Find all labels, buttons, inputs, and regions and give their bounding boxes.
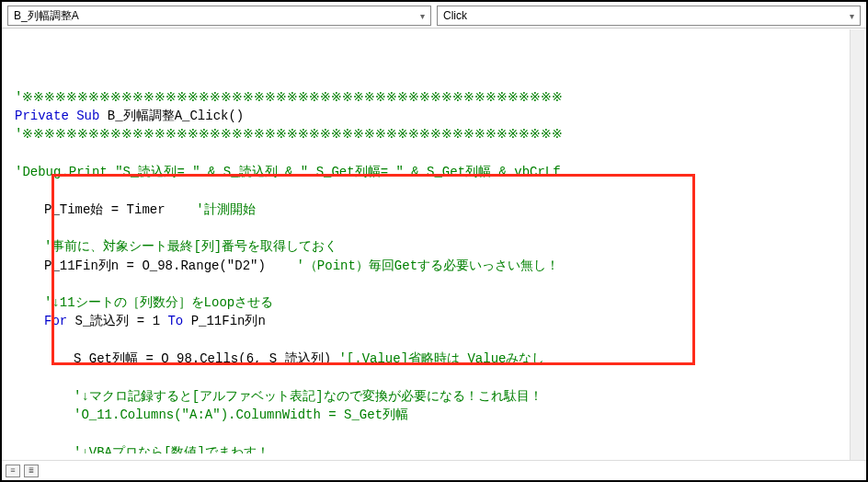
code-token: '計測開始 [196, 202, 255, 217]
procedure-dropdown[interactable]: Click ▾ [437, 6, 861, 26]
code-line: For S_読込列 = 1 To P_11Fin列n [15, 312, 853, 330]
code-token [15, 333, 22, 348]
code-editor[interactable]: '※※※※※※※※※※※※※※※※※※※※※※※※※※※※※※※※※※※※※※※… [2, 29, 866, 453]
code-token: P_11Fin列n = O_98.Range("D2") [44, 258, 296, 273]
code-token: '↓11シートの［列数分］をLoopさせる [44, 295, 273, 310]
code-line [15, 219, 853, 237]
code-token: P_Time始 = Timer [44, 202, 196, 217]
code-token: S_Get列幅 = O_98.Cells(6, S_読込列) [74, 351, 338, 366]
status-bar: ≡ ≣ [2, 460, 866, 480]
view-mode-icon-2[interactable]: ≣ [24, 465, 39, 477]
code-token: '事前に、対象シート最終[列]番号を取得しておく [44, 239, 337, 254]
code-token: '[.Value]省略時は Valueみなし [338, 351, 544, 366]
code-line [15, 331, 853, 350]
code-line [15, 144, 853, 163]
code-line: '↓11シートの［列数分］をLoopさせる [15, 293, 853, 312]
code-line: '事前に、対象シート最終[列]番号を取得しておく [15, 237, 853, 256]
code-token [15, 146, 22, 161]
chevron-down-icon: ▾ [850, 11, 854, 21]
code-line [15, 181, 853, 200]
code-token [15, 426, 22, 441]
code-token: 'Debug.Print "S_読込列= " & S_読込列 & " S_Get… [15, 165, 561, 179]
code-line: '※※※※※※※※※※※※※※※※※※※※※※※※※※※※※※※※※※※※※※※… [15, 88, 853, 107]
code-line [15, 368, 853, 386]
code-line: '※※※※※※※※※※※※※※※※※※※※※※※※※※※※※※※※※※※※※※※… [15, 125, 853, 143]
code-token: P_11Fin列n [183, 314, 266, 328]
code-line: P_Time始 = Timer '計測開始 [15, 201, 853, 219]
object-dropdown-value: B_列幅調整A [14, 8, 79, 24]
code-token [15, 277, 22, 292]
code-token: '※※※※※※※※※※※※※※※※※※※※※※※※※※※※※※※※※※※※※※※… [15, 127, 563, 142]
code-line: 'Debug.Print "S_読込列= " & S_読込列 & " S_Get… [15, 163, 853, 181]
code-line: Private Sub B_列幅調整A_Click() [15, 107, 853, 125]
code-token: '（Point）毎回Getする必要いっさい無し！ [296, 258, 559, 273]
code-token: To [167, 314, 183, 328]
view-mode-icon-1[interactable]: ≡ [6, 465, 20, 477]
toolbar: B_列幅調整A ▾ Click ▾ [2, 2, 866, 28]
code-line [15, 424, 853, 442]
editor-window: B_列幅調整A ▾ Click ▾ '※※※※※※※※※※※※※※※※※※※※※… [0, 0, 868, 482]
code-line: P_11Fin列n = O_98.Range("D2") '（Point）毎回G… [15, 257, 853, 275]
code-line: '↓マクロ記録すると[アルファベット表記]なので変換が必要になる！これ駄目！ [15, 387, 853, 406]
code-token [15, 183, 22, 198]
code-line: '↓VBAプロなら[数値]でまわす！ [15, 443, 853, 453]
code-token: '※※※※※※※※※※※※※※※※※※※※※※※※※※※※※※※※※※※※※※※… [15, 90, 563, 105]
object-dropdown[interactable]: B_列幅調整A ▾ [7, 6, 431, 26]
code-token [15, 370, 22, 384]
code-line [15, 275, 853, 293]
code-token: Private Sub [15, 109, 99, 123]
code-token: S_読込列 = 1 [67, 314, 167, 328]
code-token: B_列幅調整A_Click() [99, 109, 244, 123]
vertical-scrollbar[interactable] [850, 29, 864, 460]
code-line: 'O_11.Columns("A:A").ColumnWidth = S_Get… [15, 406, 853, 424]
code-token: '↓マクロ記録すると[アルファベット表記]なので変換が必要になる！これ駄目！ [74, 389, 542, 404]
code-line: S_Get列幅 = O_98.Cells(6, S_読込列) '[.Value]… [15, 350, 853, 368]
code-token: For [44, 314, 67, 328]
code-token: '↓VBAプロなら[数値]でまわす！ [74, 445, 269, 453]
procedure-dropdown-value: Click [443, 9, 467, 22]
code-token [15, 221, 22, 235]
code-token: 'O_11.Columns("A:A").ColumnWidth = S_Get… [74, 407, 408, 422]
chevron-down-icon: ▾ [420, 11, 425, 21]
